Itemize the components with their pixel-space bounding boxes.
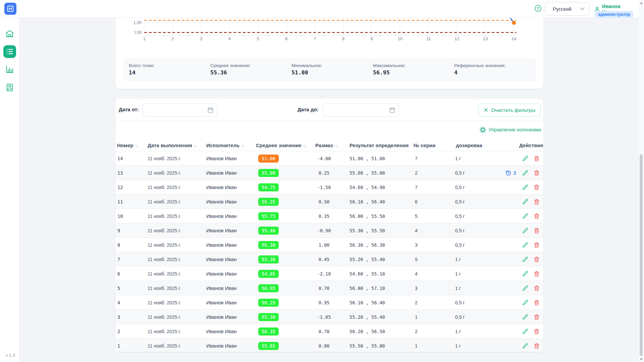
cell-average: 54.85 — [258, 266, 279, 281]
cell-date: 11 нояб. 2025 г. — [148, 266, 181, 281]
table-row[interactable]: 12 11 нояб. 2025 г. Иванов Иван 54.75 -1… — [115, 180, 543, 194]
table-row[interactable]: 9 11 нояб. 2025 г. Иванов Иван 55.40 -0.… — [115, 223, 543, 237]
sidebar-item-statistics[interactable] — [5, 65, 14, 74]
sort-icon[interactable]: ↑↓ — [135, 144, 137, 148]
cell-result: 54.60 , 54.90 — [350, 180, 385, 194]
avg-badge: 56.30 — [258, 241, 279, 249]
app-window: 123456789101112131451.0050.00 Всего точе… — [0, 0, 644, 362]
delete-button[interactable] — [533, 213, 540, 220]
language-select[interactable]: Русский — [545, 2, 590, 16]
table-row[interactable]: 3 11 нояб. 2025 г. Иванов Иван 55.30 -1.… — [115, 309, 543, 324]
delete-button[interactable] — [533, 328, 540, 335]
cell-number: 9 — [117, 223, 120, 238]
edit-button[interactable] — [522, 169, 529, 177]
col-header-date[interactable]: Дата выполнения↑↓ — [148, 140, 196, 151]
user-menu[interactable]: Иванов Иван администратор — [594, 3, 633, 15]
cell-series: 6 — [415, 194, 418, 209]
cell-range: -2.10 — [302, 266, 346, 281]
book-icon — [6, 83, 13, 92]
scroll-up-arrow[interactable]: ▲ — [639, 1, 643, 5]
avg-badge: 56.25 — [258, 198, 279, 206]
cell-dosage: 1 г — [455, 266, 461, 281]
col-header-number[interactable]: Номер↑↓ — [117, 140, 137, 151]
table-row[interactable]: 1 11 нояб. 2025 г. Иванов Иван 55.65 0.0… — [115, 338, 543, 352]
cell-series: 7 — [415, 151, 418, 166]
sort-icon[interactable]: ↑↓ — [194, 144, 196, 148]
avg-badge: 55.75 — [258, 212, 279, 220]
edit-button[interactable] — [522, 342, 529, 350]
delete-button[interactable] — [533, 155, 540, 162]
col-header-performer[interactable]: Исполнитель↑↓ — [206, 140, 244, 151]
manage-columns-button[interactable]: Управление колонками — [480, 126, 541, 134]
history-indicator[interactable]: 2 — [505, 166, 516, 180]
cell-range: -1.50 — [302, 180, 346, 194]
edit-button[interactable] — [522, 155, 529, 162]
delete-button[interactable] — [533, 313, 540, 321]
cell-dosage: 0,5 г — [455, 223, 465, 238]
pencil-icon — [522, 228, 528, 234]
date-to-field[interactable] — [323, 103, 399, 117]
scroll-down-arrow[interactable]: ▼ — [639, 357, 643, 361]
col-header-average[interactable]: Среднее значение↑↓ — [256, 140, 306, 151]
app-logo-icon[interactable] — [4, 3, 16, 15]
table-row[interactable]: 4 11 нояб. 2025 г. Иванов Иван 56.25 0.9… — [115, 295, 543, 309]
delete-button[interactable] — [533, 241, 540, 249]
edit-button[interactable] — [522, 285, 529, 292]
manage-columns-label: Управление колонками — [489, 127, 541, 132]
cell-series: 3 — [415, 281, 418, 295]
table-row[interactable]: 2 11 нояб. 2025 г. Иванов Иван 56.35 0.7… — [115, 324, 543, 338]
delete-button[interactable] — [533, 169, 540, 177]
scrollbar-thumb[interactable] — [640, 154, 643, 356]
table-row[interactable]: 8 11 нояб. 2025 г. Иванов Иван 56.30 1.0… — [115, 237, 543, 252]
edit-button[interactable] — [522, 227, 529, 234]
cell-result: 56.00 , 55.50 — [350, 209, 385, 223]
cell-number: 4 — [117, 295, 120, 310]
delete-button[interactable] — [533, 227, 540, 234]
top-bar: ? Русский Иванов Иван администратор — [0, 0, 644, 18]
sort-icon[interactable]: ↑↓ — [335, 144, 337, 148]
cell-number: 5 — [117, 281, 120, 295]
sidebar-item-journal[interactable] — [3, 45, 16, 58]
help-button[interactable]: ? — [534, 5, 542, 12]
edit-button[interactable] — [522, 270, 529, 278]
cell-series: 4 — [415, 266, 418, 281]
date-from-input[interactable] — [147, 104, 203, 116]
edit-button[interactable] — [522, 328, 529, 335]
delete-button[interactable] — [533, 270, 540, 278]
delete-button[interactable] — [533, 299, 540, 306]
delete-button[interactable] — [533, 198, 540, 205]
user-role-badge: администратор — [595, 11, 633, 18]
edit-button[interactable] — [522, 198, 529, 205]
table-row[interactable]: 5 11 нояб. 2025 г. Иванов Иван 56.95 0.7… — [115, 281, 543, 295]
delete-button[interactable] — [533, 285, 540, 292]
edit-button[interactable] — [522, 299, 529, 306]
avg-badge: 55.30 — [258, 255, 279, 263]
edit-button[interactable] — [522, 256, 529, 263]
edit-button[interactable] — [522, 213, 529, 220]
table-row[interactable]: 10 11 нояб. 2025 г. Иванов Иван 55.75 0.… — [115, 208, 543, 223]
calendar-icon — [207, 107, 214, 113]
sidebar-item-home[interactable] — [5, 30, 14, 39]
sidebar-item-docs[interactable] — [6, 83, 13, 93]
date-from-field[interactable] — [143, 103, 217, 117]
col-header-range[interactable]: Размах↑↓ — [315, 140, 337, 151]
clear-filters-button[interactable]: ✕ Очистить фильтры — [478, 104, 541, 117]
sort-icon[interactable]: ↑↓ — [303, 144, 306, 148]
cell-range: 1.00 — [302, 238, 346, 252]
delete-button[interactable] — [533, 256, 540, 263]
edit-button[interactable] — [522, 313, 529, 321]
edit-button[interactable] — [522, 241, 529, 249]
delete-button[interactable] — [533, 184, 540, 191]
delete-button[interactable] — [533, 342, 540, 350]
table-row[interactable]: 6 11 нояб. 2025 г. Иванов Иван 54.85 -2.… — [115, 266, 543, 281]
table-row[interactable]: 11 11 нояб. 2025 г. Иванов Иван 56.25 0.… — [115, 194, 543, 208]
sort-icon[interactable]: ↑↓ — [241, 144, 244, 148]
table-row[interactable]: 14 11 нояб. 2025 г. Иванов Иван 51.00 -4… — [115, 151, 543, 165]
trash-icon — [534, 242, 540, 248]
table-row[interactable]: 7 11 нояб. 2025 г. Иванов Иван 55.30 0.4… — [115, 252, 543, 266]
table-row[interactable]: 13 11 нояб. 2025 г. Иванов Иван 55.00 0.… — [115, 165, 543, 180]
date-to-input[interactable] — [327, 104, 384, 116]
cell-average: 55.30 — [258, 310, 279, 324]
pencil-icon — [522, 156, 528, 162]
edit-button[interactable] — [522, 184, 529, 191]
